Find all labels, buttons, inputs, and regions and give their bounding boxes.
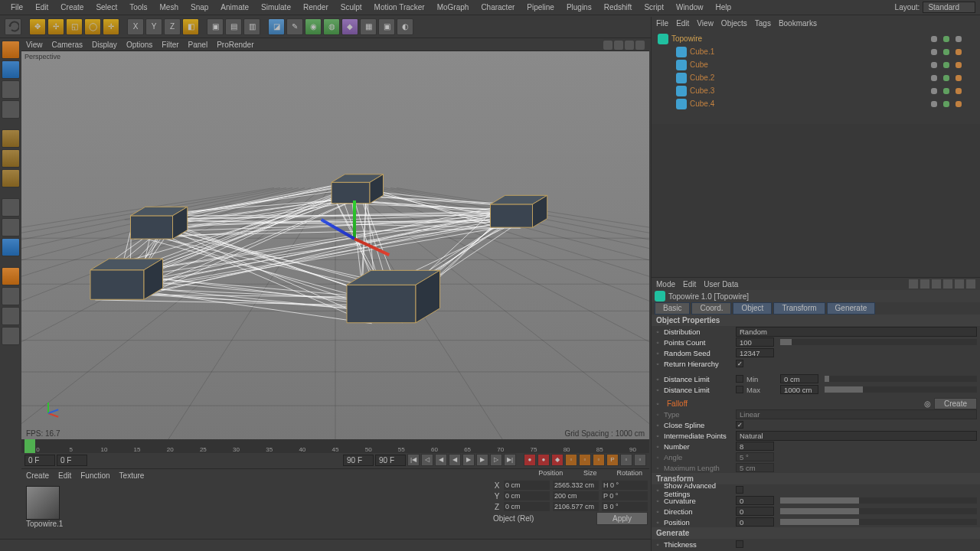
mat-edit[interactable]: Edit (58, 471, 71, 480)
vp-prorender[interactable]: ProRender (217, 41, 253, 49)
pen-button[interactable]: ✎ (286, 18, 303, 35)
number-field[interactable]: 8 (736, 442, 774, 451)
key-param-button[interactable]: P (606, 454, 619, 466)
camera-button[interactable]: ▣ (378, 18, 395, 35)
record-button[interactable]: ● (524, 454, 536, 466)
vp-panel[interactable]: Panel (188, 41, 208, 49)
tab-basic[interactable]: Basic (655, 302, 690, 315)
tree-label[interactable]: Cube.4 (690, 99, 714, 108)
tab-generate[interactable]: Generate (827, 302, 876, 315)
goto-end-button[interactable]: ▶| (504, 454, 516, 466)
position-slider[interactable] (780, 519, 977, 525)
key-pos-button[interactable]: ▫ (565, 454, 577, 466)
menu-character[interactable]: Character (475, 2, 521, 13)
thickness-checkbox[interactable] (736, 540, 743, 548)
om-tags[interactable]: Tags (755, 19, 771, 28)
tree-label[interactable]: Topowire (671, 34, 702, 43)
tree-label[interactable]: Cube.2 (690, 73, 714, 82)
next-key-button[interactable]: ▷ (490, 454, 502, 466)
prev-frame-button[interactable]: ◀ (435, 454, 447, 466)
close-spline-checkbox[interactable] (736, 421, 743, 429)
menu-sculpt[interactable]: Sculpt (335, 2, 368, 13)
rot-h-field[interactable]: H 0 ° (602, 481, 648, 490)
om-bookmarks[interactable]: Bookmarks (779, 19, 817, 28)
size-y-field[interactable]: 200 cm (553, 491, 599, 500)
menu-help[interactable]: Help (710, 2, 738, 13)
curvature-slider[interactable] (780, 497, 977, 504)
vp-display[interactable]: Display (92, 41, 117, 49)
snap-button[interactable] (2, 238, 20, 256)
attr-edit[interactable]: Edit (683, 280, 696, 289)
vp-view[interactable]: View (26, 41, 43, 49)
menu-script[interactable]: Script (638, 2, 670, 13)
rot-p-field[interactable]: P 0 ° (602, 491, 648, 500)
pos-z-field[interactable]: 0 cm (504, 502, 550, 511)
attr-mode[interactable]: Mode (656, 280, 675, 289)
mat-function[interactable]: Function (80, 471, 109, 480)
vp-cameras[interactable]: Cameras (52, 41, 83, 49)
menu-file[interactable]: File (5, 2, 29, 13)
axis-button[interactable] (2, 198, 20, 217)
generator-button[interactable]: ◍ (323, 18, 340, 35)
cube-button[interactable]: ◪ (268, 18, 285, 35)
environment-button[interactable]: ▦ (360, 18, 377, 35)
tree-label[interactable]: Cube.3 (690, 86, 714, 95)
pos-x-field[interactable]: 0 cm (504, 481, 550, 490)
tab-transform[interactable]: Transform (773, 302, 825, 315)
distmax-checkbox[interactable] (736, 386, 743, 393)
tab-object[interactable]: Object (733, 302, 772, 315)
coord-system-button[interactable]: ◧ (182, 18, 199, 35)
mat-texture[interactable]: Texture (119, 471, 145, 480)
menu-create[interactable]: Create (54, 2, 90, 13)
distmin-slider[interactable] (825, 376, 977, 382)
maxlen-field[interactable]: 5 cm (736, 463, 774, 472)
direction-field[interactable]: 0 (736, 507, 774, 516)
apply-button[interactable]: Apply (596, 512, 648, 525)
tree-item-cube3[interactable]: Cube.3 (655, 84, 977, 97)
tree-item-cube1[interactable]: Cube.1 (655, 45, 977, 58)
workplane-button[interactable] (2, 100, 20, 119)
coord-mode-dropdown[interactable]: Object (Rel) (493, 514, 593, 523)
menu-edit[interactable]: Edit (29, 2, 54, 13)
menu-animate[interactable]: Animate (214, 2, 255, 13)
timeline-ruler[interactable]: 0 5 10 15 20 25 30 35 40 45 50 55 60 65 … (21, 439, 649, 453)
rotate-tool-button[interactable]: ◯ (84, 18, 101, 35)
edge-mode-button[interactable] (2, 149, 20, 168)
menu-window[interactable]: Window (670, 2, 710, 13)
create-button[interactable]: Create (934, 398, 977, 409)
size-z-field[interactable]: 2106.577 cm (553, 502, 599, 511)
menu-motiontracker[interactable]: Motion Tracker (368, 2, 431, 13)
menu-tools[interactable]: Tools (123, 2, 153, 13)
pos-y-field[interactable]: 0 cm (504, 491, 550, 500)
om-objects[interactable]: Objects (721, 19, 747, 28)
tweak-button[interactable] (2, 327, 20, 345)
prev-key-button[interactable]: ◁ (421, 454, 433, 466)
play-back-button[interactable]: ◀ (449, 454, 461, 466)
direction-slider[interactable] (780, 508, 977, 514)
menu-select[interactable]: Select (90, 2, 123, 13)
vp-options[interactable]: Options (126, 41, 152, 49)
falloff-target-icon[interactable]: ◎ (924, 399, 931, 408)
render-pv-button[interactable]: ▤ (225, 18, 242, 35)
attr-nav-icons[interactable] (909, 279, 975, 289)
texture-mode-button[interactable] (2, 80, 20, 99)
key-rot-button[interactable]: ▫ (593, 454, 605, 466)
render-view-button[interactable]: ▣ (207, 18, 224, 35)
mat-create[interactable]: Create (26, 471, 49, 480)
return-hierarchy-checkbox[interactable] (736, 360, 743, 367)
range-start-field[interactable]: 0 F (24, 455, 55, 466)
tree-label[interactable]: Cube.1 (690, 47, 714, 56)
y-axis-button[interactable]: Y (145, 18, 162, 35)
menu-mesh[interactable]: Mesh (154, 2, 185, 13)
menu-simulate[interactable]: Simulate (255, 2, 297, 13)
curvature-field[interactable]: 0 (736, 496, 774, 505)
distmax-field[interactable]: 1000 cm (780, 385, 818, 394)
viewport-3d[interactable]: Perspective FPS: 16.7 Grid Spacing : 100… (21, 51, 649, 439)
key-pla-button[interactable]: ▫ (620, 454, 632, 466)
distribution-dropdown[interactable]: Random (736, 327, 977, 337)
layout-dropdown[interactable]: Standard (923, 2, 975, 13)
key-anim-button[interactable]: ▫ (634, 454, 646, 466)
deformer-button[interactable]: ◆ (341, 18, 358, 35)
locked-button[interactable] (2, 287, 20, 305)
menu-render[interactable]: Render (297, 2, 335, 13)
